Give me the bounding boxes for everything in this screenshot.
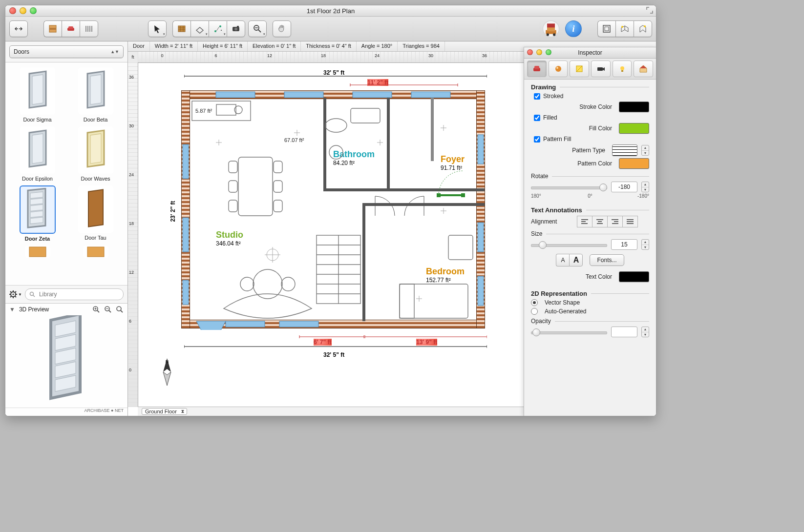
store-icon[interactable] [543,20,559,37]
align-right-button[interactable] [607,216,622,227]
rotate-stepper[interactable]: ▲▼ [641,182,649,192]
text-size-stepper[interactable]: ▲▼ [641,239,649,250]
opacity-stepper[interactable]: ▲▼ [641,327,649,337]
inspector-tab-lights[interactable] [613,61,632,77]
align-justify-button[interactable] [622,216,638,227]
opacity-value[interactable] [611,327,637,337]
opacity-slider[interactable] [531,327,607,336]
mode-furniture-button[interactable] [62,20,80,37]
stroked-checkbox[interactable]: Stroked [534,93,649,100]
view-walkthrough-button[interactable] [634,20,652,37]
library-search[interactable] [25,288,124,300]
stroke-color-swatch[interactable] [619,102,649,112]
svg-rect-75 [411,92,450,98]
floor-tool-button[interactable]: ▾ [190,20,209,37]
pan-tool-button[interactable] [273,20,291,37]
dimension-height-left: 23' 2" ft [169,201,176,222]
text-size-small-button[interactable]: A [556,254,569,266]
svg-rect-19 [605,27,609,31]
info-icon[interactable]: i [565,20,582,37]
svg-line-47 [15,291,16,292]
text-size-large-button[interactable]: A [569,254,583,266]
mode-dimensions-button[interactable] [80,20,98,37]
pattern-color-swatch[interactable] [619,158,649,169]
svg-line-11 [258,30,261,32]
select-tool-button[interactable]: ▾ [148,20,167,37]
rotate-slider[interactable] [531,183,607,191]
svg-line-45 [10,291,11,292]
vector-shape-radio[interactable]: Vector Shape [531,299,649,306]
library-search-input[interactable] [38,290,119,298]
inspector-tabs [524,59,656,80]
preview-3d-viewport[interactable] [5,315,127,408]
fill-color-swatch[interactable] [619,123,649,134]
inspector-tab-building[interactable] [634,61,653,77]
camera-tool-button[interactable] [227,20,245,37]
text-size-slider[interactable] [531,240,607,249]
view-3d-button[interactable] [615,20,634,37]
zoom-in-icon[interactable] [92,306,100,313]
svg-point-138 [555,66,561,72]
inspector-tab-object[interactable] [527,61,547,77]
library-item-label: Door Sigma [23,117,51,123]
zoom-reset-icon[interactable] [116,306,124,313]
inspector-tab-2d[interactable] [570,61,589,77]
svg-rect-90 [229,161,237,173]
svg-point-40 [13,294,14,295]
inspector-zoom-icon[interactable] [546,49,551,55]
library-item[interactable] [11,246,63,259]
auto-generated-radio[interactable]: Auto-Generated [531,308,649,315]
fullscreen-icon[interactable] [646,7,653,14]
main-toolbar: ▾ ▾ ▾ ▾ i [5,17,656,41]
minimize-icon[interactable] [20,7,26,14]
library-item[interactable]: Door Beta [69,67,122,123]
pattern-type-stepper[interactable]: ▲▼ [641,145,649,156]
material-tool-button[interactable] [172,20,190,37]
library-item[interactable]: Door Sigma [11,67,63,123]
rotate-value[interactable]: -180 [611,182,637,192]
svg-rect-31 [30,191,43,198]
library-item[interactable]: Door Tau [69,185,122,242]
inspector-close-icon[interactable] [527,49,533,55]
brand-label: ARCHIBASE ● NET [5,408,127,416]
svg-rect-25 [90,75,101,104]
patternfill-checkbox[interactable]: Pattern Fill [534,136,649,143]
pattern-type-picker[interactable] [612,144,637,156]
library-item[interactable]: Door Waves [69,126,122,182]
text-size-value[interactable]: 15 [611,239,637,250]
library-item[interactable] [69,246,122,259]
align-left-button[interactable] [577,216,592,227]
path-tool-button[interactable]: ▾ [209,20,227,37]
text-color-swatch[interactable] [619,271,649,282]
status-object: Door [128,41,150,51]
floor-selector[interactable]: Ground Floor [142,408,187,415]
svg-rect-35 [30,217,43,224]
library-grid: Door Sigma Door Beta Door Epsilon Door W… [5,62,127,285]
svg-line-50 [33,295,35,297]
gear-icon [9,290,17,298]
filled-checkbox[interactable]: Filled [534,114,649,121]
inspector-tab-cameras[interactable] [591,61,611,77]
inspector-tab-materials[interactable] [549,61,568,77]
align-center-button[interactable] [592,216,607,227]
close-icon[interactable] [9,7,16,14]
library-settings-button[interactable]: ▼ [9,290,22,298]
svg-point-139 [556,67,558,69]
zoom-out-icon[interactable] [104,306,112,313]
zoom-tool-button[interactable]: ▾ [248,20,267,37]
library-category-dropdown[interactable]: Doors ▲▼ [9,45,124,58]
library-item[interactable]: Door Epsilon [11,126,63,182]
disclosure-triangle-icon[interactable]: ▼ [9,306,15,313]
fill-color-label: Fill Color [531,125,615,132]
mode-walls-button[interactable] [43,20,62,37]
status-width: Width = 2' 11" ft [150,41,198,51]
zoom-icon[interactable] [30,7,37,14]
svg-rect-29 [90,134,101,164]
svg-rect-86 [192,101,251,121]
expand-sidebar-button[interactable] [9,20,28,37]
svg-rect-110 [400,284,468,318]
fonts-button[interactable]: Fonts... [590,254,624,266]
inspector-minimize-icon[interactable] [536,49,542,55]
view-2d-button[interactable] [597,20,615,37]
library-item[interactable]: Door Zeta [11,185,63,242]
